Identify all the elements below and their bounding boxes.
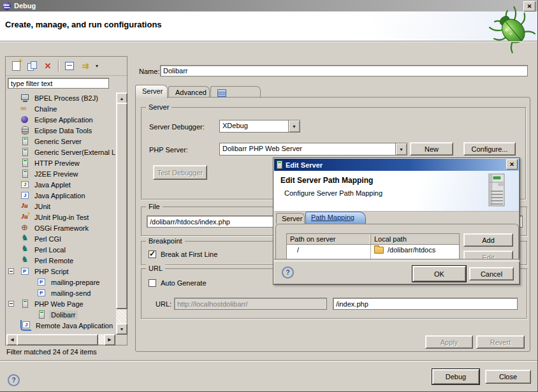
column-path-on-server[interactable]: Path on server xyxy=(287,234,371,244)
tree-item-label: Dolibarr xyxy=(49,310,78,319)
window-close-button[interactable]: ✕ xyxy=(523,1,535,11)
config-tree: BPEL Process (B2J)ChaîneEclipse Applicat… xyxy=(6,92,115,335)
tree-item-label: Eclipse Application xyxy=(33,115,95,124)
tree-item-generic-server-external-la[interactable]: Generic Server(External La xyxy=(6,147,115,157)
window-titlebar[interactable]: Debug xyxy=(0,0,538,11)
vertical-scroll-thumb[interactable] xyxy=(116,103,127,309)
path-mapping-row[interactable]: //dolibarr/htdocs xyxy=(287,245,459,255)
scroll-right-icon[interactable]: ▶ xyxy=(104,334,115,345)
dialog-help-icon[interactable]: ? xyxy=(282,266,294,279)
tree-horizontal-scrollbar[interactable]: ◀ ▶ xyxy=(6,334,115,344)
revert-button[interactable]: Revert xyxy=(476,335,525,349)
url-path-input[interactable] xyxy=(333,298,518,310)
filter-dropdown-caret-icon[interactable]: ▾ xyxy=(96,63,98,69)
edit-server-close-button[interactable]: ✕ xyxy=(506,159,518,170)
tree-item-generic-server[interactable]: Generic Server xyxy=(6,136,115,147)
edit-mapping-button[interactable]: Edit xyxy=(463,250,513,259)
base-url-input[interactable] xyxy=(174,298,327,310)
configure-button[interactable]: Configure... xyxy=(463,142,516,156)
break-first-line-checkbox[interactable] xyxy=(149,250,156,258)
auto-generate-checkbox[interactable] xyxy=(149,279,156,287)
scroll-down-icon[interactable]: ▼ xyxy=(116,323,127,335)
chevron-down-icon[interactable] xyxy=(395,143,407,155)
name-input[interactable] xyxy=(160,65,528,76)
tree-item-mailing-prepare[interactable]: mailing-prepare xyxy=(6,277,115,287)
tree-item-perl-cgi[interactable]: Perl CGI xyxy=(6,233,115,244)
tree-item-java-application[interactable]: Java Application xyxy=(6,190,115,201)
server-debugger-combo[interactable]: XDebug xyxy=(219,120,300,133)
server-icon xyxy=(277,161,282,169)
tree-item-remote-java-application[interactable]: Remote Java Application xyxy=(6,320,115,331)
collapse-all-button[interactable] xyxy=(64,61,75,72)
apply-button[interactable]: Apply xyxy=(425,335,473,349)
tree-item-osgi-framework[interactable]: OSGi Framework xyxy=(6,222,115,233)
cancel-button[interactable]: Cancel xyxy=(469,267,514,280)
dialog-tab-path-mapping[interactable]: Path Mapping xyxy=(305,212,366,224)
php-server-combo[interactable]: Dolibarr PHP Web Server xyxy=(219,143,407,156)
new-configuration-button[interactable] xyxy=(10,61,22,72)
tree-item-label: PHP Web Page xyxy=(33,300,85,309)
php-icon xyxy=(37,277,47,287)
collapse-expander-icon[interactable] xyxy=(8,301,14,307)
tree-item-junit[interactable]: JUnit xyxy=(6,201,115,212)
collapse-expander-icon[interactable] xyxy=(8,268,14,274)
path-mapping-table-body: //dolibarr/htdocs xyxy=(287,245,459,255)
tab-advanced[interactable]: Advanced xyxy=(168,86,210,98)
close-button[interactable]: Close xyxy=(485,370,531,384)
tree-item-bpel-process-b2j[interactable]: BPEL Process (B2J) xyxy=(6,92,115,103)
tree-item-eclipse-data-tools[interactable]: Eclipse Data Tools xyxy=(6,125,115,136)
tree-item-http-preview[interactable]: HTTP Preview xyxy=(6,157,115,168)
new-configuration-icon xyxy=(12,61,20,71)
auto-generate-label: Auto Generate xyxy=(161,279,207,287)
help-icon[interactable]: ? xyxy=(8,374,20,386)
ok-button[interactable]: OK xyxy=(412,266,466,282)
debug-button[interactable]: Debug xyxy=(432,369,479,384)
tree-item-mailing-send[interactable]: mailing-send xyxy=(6,287,115,298)
tree-item-eclipse-application[interactable]: Eclipse Application xyxy=(6,114,115,125)
folder-icon xyxy=(374,247,384,254)
php-icon xyxy=(20,266,30,276)
camel-icon xyxy=(20,256,30,265)
filter-input[interactable] xyxy=(8,78,109,89)
tree-item-java-applet[interactable]: Java Applet xyxy=(6,179,115,190)
horizontal-scroll-thumb[interactable] xyxy=(17,334,98,345)
filter-status-text: Filter matched 24 of 24 items xyxy=(6,348,97,356)
common-tab-icon xyxy=(217,89,226,97)
camel-icon xyxy=(20,245,30,254)
tree-item-php-web-page[interactable]: PHP Web Page xyxy=(6,298,115,309)
tree-item-perl-remote[interactable]: Perl Remote xyxy=(6,255,115,266)
toolbar-separator xyxy=(58,61,59,71)
php-icon xyxy=(37,288,47,298)
server-icon xyxy=(20,158,30,168)
footer-separator xyxy=(0,360,538,361)
dialog-tab-server[interactable]: Server xyxy=(276,213,305,224)
break-first-line-label: Break at First Line xyxy=(161,250,217,258)
delete-configuration-button[interactable] xyxy=(42,61,54,72)
tree-item-cha-ne[interactable]: Chaîne xyxy=(6,103,115,114)
tree-item-junit-plug-in-test[interactable]: JUnit Plug-in Test xyxy=(6,212,115,222)
server-tower-icon xyxy=(486,173,507,208)
tree-item-php-script[interactable]: PHP Script xyxy=(6,266,115,277)
edit-server-subheading: Configure Server Path Mapping xyxy=(284,189,382,197)
chevron-down-icon[interactable] xyxy=(288,120,300,132)
filter-menu-button[interactable] xyxy=(80,61,91,72)
tree-item-j2ee-preview[interactable]: J2EE Preview xyxy=(6,168,115,179)
tree-item-dolibarr[interactable]: Dolibarr xyxy=(6,309,115,320)
edit-server-titlebar[interactable]: Edit Server xyxy=(274,159,519,171)
add-mapping-button[interactable]: Add xyxy=(463,233,513,247)
tree-item-perl-local[interactable]: Perl Local xyxy=(6,244,115,255)
junit-icon xyxy=(20,201,30,211)
window-title: Debug xyxy=(14,2,36,10)
tab-server[interactable]: Server xyxy=(135,85,168,98)
tree-item-label: Chaîne xyxy=(33,105,59,113)
new-server-button[interactable]: New xyxy=(410,142,453,156)
tree-item-label: Eclipse Data Tools xyxy=(33,126,94,135)
test-debugger-button[interactable]: Test Debugger xyxy=(153,165,207,180)
tab-common[interactable]: Common xyxy=(210,86,261,98)
bug-icon xyxy=(492,12,533,48)
tree-vertical-scrollbar[interactable]: ▲ ▼ xyxy=(116,92,126,335)
duplicate-configuration-button[interactable] xyxy=(26,61,38,72)
url-group-legend: URL xyxy=(146,265,165,273)
column-local-path[interactable]: Local path xyxy=(371,234,459,244)
configurations-toolbar: ▾ xyxy=(6,57,127,76)
